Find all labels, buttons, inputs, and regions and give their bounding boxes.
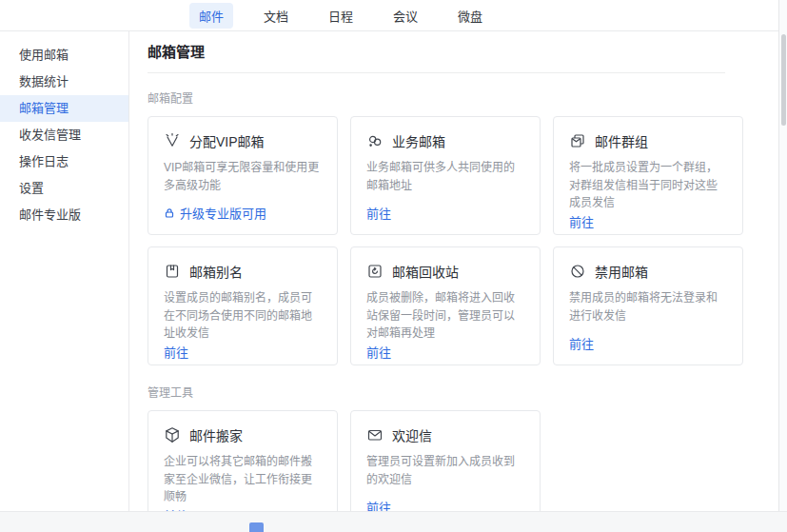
mailbox-alias-icon bbox=[164, 263, 181, 280]
card-head: 分配VIP邮箱 bbox=[164, 131, 322, 150]
business-mailbox-icon bbox=[366, 132, 384, 149]
card-welcome-letter: 欢迎信 管理员可设置新加入成员收到的欢迎信 前往 bbox=[350, 410, 541, 511]
section-label-mailbox-config: 邮箱配置 bbox=[148, 89, 778, 106]
card-head: 业务邮箱 bbox=[366, 131, 524, 150]
sidebar-item-settings[interactable]: 设置 bbox=[0, 175, 128, 202]
top-nav: 邮件 文档 日程 会议 微盘 bbox=[0, 0, 778, 31]
card-desc: VIP邮箱可享无限容量和使用更多高级功能 bbox=[164, 159, 322, 194]
admin-tools-grid: 邮件搬家 企业可以将其它邮箱的邮件搬家至企业微信，让工作衔接更顺畅 前往 欢迎信 bbox=[148, 410, 776, 511]
card-disable-mailbox: 禁用邮箱 禁用成员的邮箱将无法登录和进行收发信 前往 bbox=[553, 246, 743, 365]
page-title: 邮箱管理 bbox=[148, 43, 778, 62]
card-desc: 企业可以将其它邮箱的邮件搬家至企业微信，让工作衔接更顺畅 bbox=[164, 453, 322, 506]
card-desc: 将一批成员设置为一个群组，对群组发信相当于同时对这些成员发信 bbox=[569, 159, 727, 212]
top-tabs: 邮件 文档 日程 会议 微盘 bbox=[189, 3, 492, 29]
sidebar: 使用邮箱 数据统计 邮箱管理 收发信管理 操作日志 设置 邮件专业版 bbox=[0, 31, 129, 511]
card-head: 邮箱别名 bbox=[164, 262, 322, 281]
bottom-strip bbox=[0, 511, 787, 532]
card-title: 业务邮箱 bbox=[392, 131, 445, 150]
card-mail-group: 邮件群组 将一批成员设置为一个群组，对群组发信相当于同时对这些成员发信 前往 bbox=[553, 116, 743, 235]
mail-group-icon bbox=[569, 132, 586, 149]
goto-link[interactable]: 前往 bbox=[569, 212, 727, 230]
sidebar-item-mail-pro[interactable]: 邮件专业版 bbox=[0, 202, 128, 228]
card-head: 禁用邮箱 bbox=[569, 262, 727, 281]
sidebar-item-operation-log[interactable]: 操作日志 bbox=[0, 148, 128, 175]
sidebar-item-use-mailbox[interactable]: 使用邮箱 bbox=[0, 42, 128, 69]
card-desc: 禁用成员的邮箱将无法登录和进行收发信 bbox=[569, 289, 727, 325]
card-business-mailbox: 业务邮箱 业务邮箱可供多人共同使用的邮箱地址 前往 bbox=[350, 116, 541, 235]
card-title: 邮箱回收站 bbox=[392, 262, 459, 281]
vip-icon bbox=[164, 132, 181, 149]
card-desc: 设置成员的邮箱别名，成员可在不同场合使用不同的邮箱地址收发信 bbox=[164, 289, 322, 343]
card-assign-vip-mailbox: 分配VIP邮箱 VIP邮箱可享无限容量和使用更多高级功能 升级专业版可用 bbox=[148, 116, 338, 235]
card-title: 邮箱别名 bbox=[189, 262, 243, 281]
goto-link[interactable]: 前往 bbox=[366, 343, 524, 361]
goto-link-label: 前往 bbox=[164, 343, 188, 361]
upgrade-pro-link[interactable]: 升级专业版可用 bbox=[164, 204, 322, 222]
card-mailbox-alias: 邮箱别名 设置成员的邮箱别名，成员可在不同场合使用不同的邮箱地址收发信 前往 bbox=[148, 246, 338, 365]
card-desc: 业务邮箱可供多人共同使用的邮箱地址 bbox=[366, 159, 524, 194]
card-mailbox-recycle-bin: 邮箱回收站 成员被删除，邮箱将进入回收站保留一段时间，管理员可以对邮箱再处理 前… bbox=[350, 246, 541, 365]
tab-mail[interactable]: 邮件 bbox=[189, 3, 233, 29]
tab-meeting[interactable]: 会议 bbox=[384, 3, 427, 29]
section-label-admin-tools: 管理工具 bbox=[148, 384, 778, 400]
card-desc: 管理员可设置新加入成员收到的欢迎信 bbox=[366, 453, 524, 488]
goto-link[interactable]: 前往 bbox=[569, 334, 727, 352]
main-content: 邮箱管理 邮箱配置 分配VIP邮箱 VIP邮箱可享无限容量和使用更多高级功能 bbox=[129, 31, 778, 511]
card-head: 邮箱回收站 bbox=[366, 262, 524, 281]
goto-link-label: 前往 bbox=[366, 204, 391, 222]
scrollbar-track[interactable] bbox=[778, 0, 787, 511]
card-head: 欢迎信 bbox=[366, 425, 524, 444]
sidebar-item-send-receive-management[interactable]: 收发信管理 bbox=[0, 122, 128, 148]
card-title: 欢迎信 bbox=[392, 425, 432, 444]
card-desc: 成员被删除，邮箱将进入回收站保留一段时间，管理员可以对邮箱再处理 bbox=[366, 289, 524, 343]
goto-link[interactable]: 前往 bbox=[366, 498, 524, 511]
bottom-partial-element bbox=[249, 522, 264, 532]
sidebar-item-data-stats[interactable]: 数据统计 bbox=[0, 69, 128, 95]
card-head: 邮件群组 bbox=[569, 131, 727, 150]
mail-migration-icon bbox=[164, 426, 181, 443]
tab-schedule[interactable]: 日程 bbox=[319, 3, 363, 29]
upgrade-pro-link-label: 升级专业版可用 bbox=[180, 204, 266, 222]
goto-link[interactable]: 前往 bbox=[164, 343, 322, 361]
goto-link-label: 前往 bbox=[569, 212, 594, 230]
card-title: 分配VIP邮箱 bbox=[189, 131, 265, 150]
scrollbar-thumb[interactable] bbox=[781, 34, 786, 126]
tab-docs[interactable]: 文档 bbox=[254, 3, 298, 29]
goto-link-label: 前往 bbox=[366, 343, 391, 361]
card-title: 邮件搬家 bbox=[189, 425, 243, 444]
card-head: 邮件搬家 bbox=[164, 425, 322, 444]
card-title: 禁用邮箱 bbox=[595, 262, 648, 281]
page: 邮件 文档 日程 会议 微盘 使用邮箱 数据统计 邮箱管理 收发信管理 操作日志… bbox=[0, 0, 787, 532]
card-mail-migration: 邮件搬家 企业可以将其它邮箱的邮件搬家至企业微信，让工作衔接更顺畅 前往 bbox=[148, 410, 338, 511]
goto-link-label: 前往 bbox=[569, 334, 594, 352]
lock-icon bbox=[164, 207, 175, 219]
card-title: 邮件群组 bbox=[595, 131, 648, 150]
tab-drive[interactable]: 微盘 bbox=[448, 3, 492, 29]
mailbox-config-grid: 分配VIP邮箱 VIP邮箱可享无限容量和使用更多高级功能 升级专业版可用 bbox=[148, 116, 776, 365]
title-divider bbox=[148, 72, 725, 73]
disable-icon bbox=[569, 263, 586, 280]
goto-link[interactable]: 前往 bbox=[366, 204, 524, 222]
sidebar-item-mailbox-management[interactable]: 邮箱管理 bbox=[0, 95, 128, 122]
goto-link-label: 前往 bbox=[366, 498, 391, 511]
recycle-bin-icon bbox=[366, 263, 384, 280]
welcome-letter-icon bbox=[366, 426, 384, 443]
